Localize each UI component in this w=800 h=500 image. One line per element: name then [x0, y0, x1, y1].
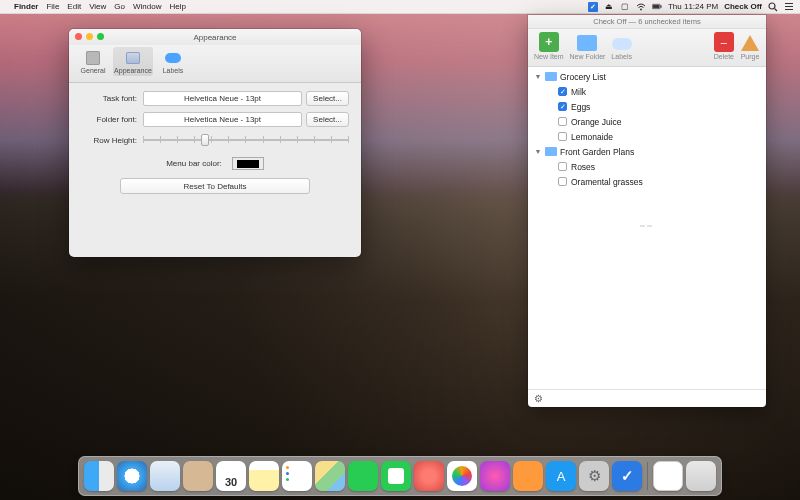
menubar-color-well[interactable]: [232, 157, 264, 170]
delete-icon: –: [714, 32, 734, 52]
dock-photobooth[interactable]: [414, 461, 444, 491]
general-icon: [86, 51, 100, 65]
app-menu[interactable]: Finder: [14, 2, 38, 11]
window-close-button[interactable]: [75, 33, 82, 40]
window-titlebar[interactable]: Appearance: [69, 29, 361, 45]
dock-checkoff[interactable]: [612, 461, 642, 491]
labels-pill-icon: [612, 38, 632, 50]
dock-maps[interactable]: [315, 461, 345, 491]
tab-labels[interactable]: Labels: [153, 47, 193, 76]
checkoff-menubar-icon[interactable]: ✓: [588, 2, 598, 12]
folder-row[interactable]: ▼Front Garden Plans: [528, 144, 766, 159]
dock-appstore[interactable]: [546, 461, 576, 491]
color-swatch: [237, 160, 259, 168]
purge-label: Purge: [740, 53, 760, 60]
dock-ibooks[interactable]: [513, 461, 543, 491]
dock-document[interactable]: [653, 461, 683, 491]
appearance-icon: [126, 52, 140, 64]
delete-button[interactable]: – Delete: [714, 32, 734, 60]
dock-facetime[interactable]: [381, 461, 411, 491]
dock-system-preferences[interactable]: [579, 461, 609, 491]
notification-center-icon[interactable]: [784, 2, 794, 12]
menubar-clock[interactable]: Thu 11:24 PM: [668, 2, 718, 11]
dock-contacts[interactable]: [183, 461, 213, 491]
task-item[interactable]: Orange Juice: [528, 114, 766, 129]
row-height-slider[interactable]: [143, 133, 349, 147]
dock-safari[interactable]: [117, 461, 147, 491]
reset-defaults-button[interactable]: Reset To Defaults: [120, 178, 310, 194]
task-checkbox[interactable]: ✓: [558, 87, 567, 96]
menu-file[interactable]: File: [46, 2, 59, 11]
menu-window[interactable]: Window: [133, 2, 161, 11]
new-folder-button[interactable]: New Folder: [570, 32, 606, 60]
menubar-checkoff-label[interactable]: Check Off: [724, 2, 762, 11]
plus-icon: +: [539, 32, 559, 52]
resize-grip[interactable]: ══: [528, 222, 766, 389]
task-checkbox[interactable]: ✓: [558, 102, 567, 111]
menu-edit[interactable]: Edit: [67, 2, 81, 11]
airplay-icon[interactable]: ▢: [620, 2, 630, 12]
dock-reminders[interactable]: [282, 461, 312, 491]
task-font-field: Helvetica Neue - 13pt: [143, 91, 302, 106]
tab-appearance[interactable]: Appearance: [113, 47, 153, 76]
labels-label: Labels: [611, 53, 632, 60]
svg-point-4: [769, 3, 775, 9]
purge-button[interactable]: Purge: [740, 32, 760, 60]
svg-line-5: [775, 8, 778, 11]
task-label: Orange Juice: [571, 117, 622, 127]
task-item[interactable]: ✓Eggs: [528, 99, 766, 114]
tab-general-label: General: [73, 67, 113, 74]
task-item[interactable]: Roses: [528, 159, 766, 174]
task-tree[interactable]: ▼Grocery List✓Milk✓EggsOrange JuiceLemon…: [528, 67, 766, 238]
dock-itunes[interactable]: [480, 461, 510, 491]
eject-icon[interactable]: ⏏: [604, 2, 614, 12]
dock-photos[interactable]: [447, 461, 477, 491]
folder-icon: [545, 72, 557, 81]
purge-icon: [741, 35, 759, 51]
menu-go[interactable]: Go: [114, 2, 125, 11]
preferences-window: Appearance General Appearance Labels Tas…: [69, 29, 361, 257]
dock-trash[interactable]: [686, 461, 716, 491]
task-checkbox[interactable]: [558, 132, 567, 141]
wifi-icon[interactable]: [636, 2, 646, 12]
dock-messages[interactable]: [348, 461, 378, 491]
task-checkbox[interactable]: [558, 162, 567, 171]
new-folder-label: New Folder: [570, 53, 606, 60]
tab-appearance-label: Appearance: [113, 67, 153, 74]
task-item[interactable]: Lemonaide: [528, 129, 766, 144]
window-minimize-button[interactable]: [86, 33, 93, 40]
dock-notes[interactable]: [249, 461, 279, 491]
task-checkbox[interactable]: [558, 117, 567, 126]
task-font-select-button[interactable]: Select...: [306, 91, 349, 106]
menu-view[interactable]: View: [89, 2, 106, 11]
task-label: Lemonaide: [571, 132, 613, 142]
menu-help[interactable]: Help: [169, 2, 185, 11]
folder-font-select-button[interactable]: Select...: [306, 112, 349, 127]
dock-separator: [647, 462, 648, 490]
dock-calendar[interactable]: [216, 461, 246, 491]
gear-icon[interactable]: ⚙: [534, 393, 543, 404]
disclosure-triangle-icon[interactable]: ▼: [534, 73, 542, 80]
battery-icon[interactable]: [652, 2, 662, 12]
new-item-button[interactable]: + New Item: [534, 32, 564, 60]
window-title: Appearance: [193, 33, 236, 42]
menubar: Finder File Edit View Go Window Help ✓ ⏏…: [0, 0, 800, 14]
task-item[interactable]: ✓Milk: [528, 84, 766, 99]
labels-button[interactable]: Labels: [611, 32, 632, 60]
spotlight-icon[interactable]: [768, 2, 778, 12]
disclosure-triangle-icon[interactable]: ▼: [534, 148, 542, 155]
folder-name: Front Garden Plans: [560, 147, 634, 157]
tab-general[interactable]: General: [73, 47, 113, 76]
task-checkbox[interactable]: [558, 177, 567, 186]
slider-knob[interactable]: [201, 134, 209, 146]
dock-mail[interactable]: [150, 461, 180, 491]
prefs-toolbar: General Appearance Labels: [69, 45, 361, 83]
labels-icon: [165, 53, 181, 63]
task-label: Eggs: [571, 102, 590, 112]
task-label: Milk: [571, 87, 586, 97]
folder-row[interactable]: ▼Grocery List: [528, 69, 766, 84]
dock-finder[interactable]: [84, 461, 114, 491]
tab-labels-label: Labels: [153, 67, 193, 74]
window-zoom-button[interactable]: [97, 33, 104, 40]
task-item[interactable]: Oramental grasses: [528, 174, 766, 189]
